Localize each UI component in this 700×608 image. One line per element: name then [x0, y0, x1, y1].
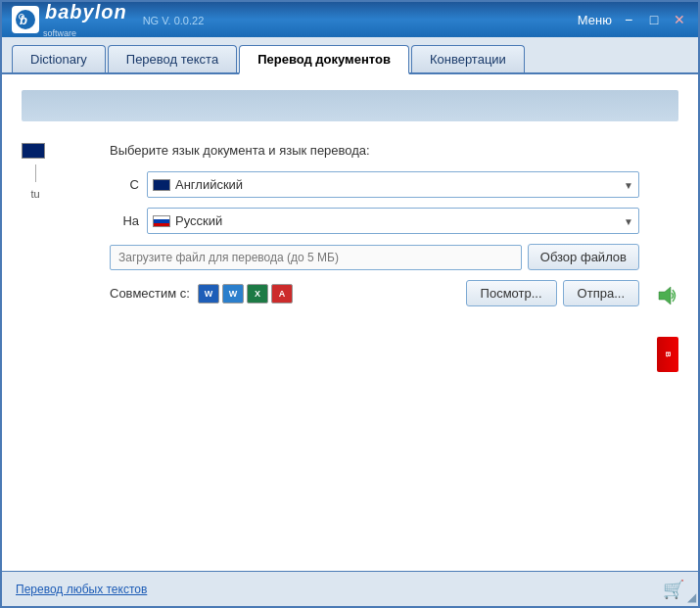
app-window: b babylon software NG V. 0.0.22 Меню − □…	[0, 0, 700, 608]
compat-row: Совместим с: W W X A Посмотр... Отпра...	[110, 280, 639, 306]
resize-handle[interactable]: ◢	[687, 590, 696, 604]
to-label: На	[110, 213, 139, 228]
close-button[interactable]: ✕	[671, 11, 688, 28]
target-lang-select[interactable]: Русский	[147, 208, 639, 234]
compat-excel-icon: X	[247, 284, 268, 304]
bottom-link[interactable]: Перевод любых текстов	[16, 583, 147, 596]
action-buttons: Посмотр... Отпра...	[466, 280, 639, 306]
content-banner	[22, 90, 678, 121]
tab-doc-translate[interactable]: Перевод документов	[239, 45, 409, 74]
preview-button[interactable]: Посмотр...	[466, 280, 557, 306]
minimize-button[interactable]: −	[620, 11, 637, 28]
window-controls: Меню − □ ✕	[578, 11, 688, 28]
target-lang-row: На Русский ▼	[110, 208, 639, 234]
sound-icon[interactable]	[657, 285, 677, 309]
target-lang-wrapper: Русский ▼	[147, 208, 639, 234]
sidebar-label: tu	[30, 188, 39, 200]
tab-dictionary[interactable]: Dictionary	[12, 45, 106, 72]
source-lang-wrapper: Английский ▼	[147, 171, 639, 198]
bottombar: Перевод любых текстов 🛒 ◢	[2, 571, 698, 606]
browse-files-button[interactable]: Обзор файлов	[528, 244, 639, 270]
logo-text: babylon	[45, 2, 127, 22]
compat-label: Совместим с:	[110, 286, 190, 301]
logo-icon: b	[12, 6, 39, 33]
sidebar-strip: tu	[22, 143, 49, 200]
app-version: NG V. 0.0.22	[143, 15, 205, 26]
send-button[interactable]: Отпра...	[563, 280, 639, 306]
book-icon[interactable]: B	[657, 337, 678, 372]
form-section: Выберите язык документа и язык перевода:…	[2, 133, 698, 571]
sidebar-divider	[35, 164, 36, 182]
titlebar: b babylon software NG V. 0.0.22 Меню − □…	[2, 2, 698, 37]
target-flag-icon	[153, 215, 170, 227]
flag-en-icon	[22, 143, 45, 159]
file-input[interactable]	[110, 245, 522, 270]
cart-icon[interactable]: 🛒	[663, 579, 684, 600]
main-content: tu B Выберите язык документа и язык пере…	[2, 74, 698, 571]
compat-icons: W W X A	[198, 284, 293, 304]
source-flag-icon	[153, 179, 170, 191]
app-logo: b babylon software NG V. 0.0.22	[12, 2, 204, 38]
compat-word1-icon: W	[198, 284, 219, 304]
menu-button[interactable]: Меню	[578, 13, 612, 27]
tab-text-translate[interactable]: Перевод текста	[108, 45, 237, 72]
file-upload-row: Обзор файлов	[110, 244, 639, 270]
instruction-label: Выберите язык документа и язык перевода:	[110, 143, 639, 158]
tab-bar: Dictionary Перевод текста Перевод докуме…	[2, 37, 698, 74]
compat-pdf-icon: A	[271, 284, 293, 304]
source-lang-row: С Английский ▼	[110, 171, 639, 198]
compat-word2-icon: W	[222, 284, 244, 304]
tab-convert[interactable]: Конвертации	[411, 45, 525, 72]
source-lang-select[interactable]: Английский	[147, 171, 639, 198]
from-label: С	[110, 177, 139, 192]
svg-marker-3	[659, 287, 671, 304]
maximize-button[interactable]: □	[645, 11, 663, 28]
